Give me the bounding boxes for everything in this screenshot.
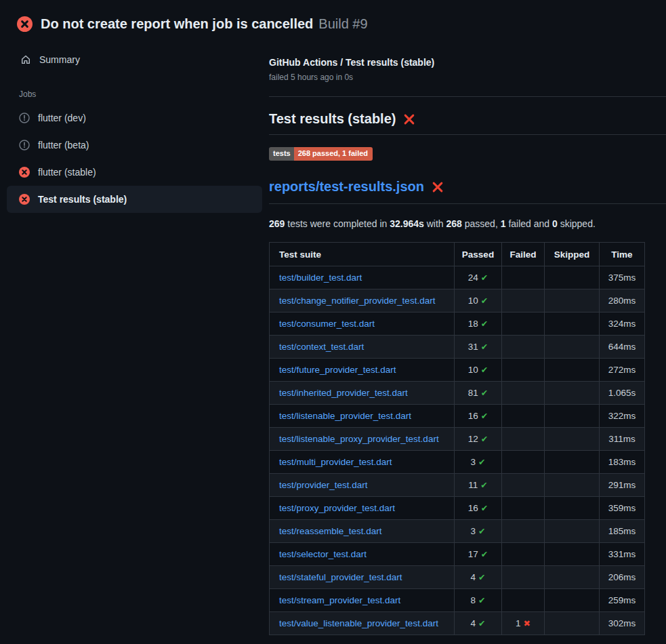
table-row: test/selector_test.dart17✔331ms [270,543,645,566]
time-cell: 331ms [600,543,645,566]
total-count: 269 [269,218,285,229]
skipped-cell [545,313,600,336]
skipped-cell [545,520,600,543]
skipped-count: 0 [552,218,558,229]
passed-cell: 10✔ [455,359,502,382]
table-row: test/builder_test.dart24✔375ms [270,266,645,289]
failed-cell [502,451,545,474]
table-row: test/multi_provider_test.dart3✔183ms [270,451,645,474]
test-suite-cell: test/consumer_test.dart [270,313,455,336]
col-header-passed: Passed [455,243,502,266]
summary-text: skipped. [558,218,596,229]
col-header-test-suite: Test suite [270,243,455,266]
count-value: 8 [471,595,476,605]
job-label: flutter (stable) [38,167,96,178]
tests-badge: tests 268 passed, 1 failed [269,147,373,161]
test-suite-cell: test/stateful_provider_test.dart [270,566,455,589]
check-icon: ✔ [480,480,487,490]
failed-cell [502,313,545,336]
test-suite-link[interactable]: test/context_test.dart [279,342,364,352]
neutral-status-icon [19,113,30,123]
report-link[interactable]: reports/test-results.json [269,179,424,195]
test-suite-link[interactable]: test/stream_provider_test.dart [279,595,400,605]
failed-cell [502,497,545,520]
test-suite-link[interactable]: test/consumer_test.dart [279,319,375,329]
count-value: 16 [468,411,478,421]
table-row: test/future_provider_test.dart10✔272ms [270,359,645,382]
table-row: test/value_listenable_provider_test.dart… [270,612,645,635]
skipped-cell [545,336,600,359]
failed-cell [502,474,545,497]
test-suite-link[interactable]: test/listenable_provider_test.dart [279,411,411,421]
check-icon: ✔ [481,503,488,513]
passed-cell: 16✔ [455,497,502,520]
passed-cell: 11✔ [455,474,502,497]
failed-cell [502,336,545,359]
test-suite-link[interactable]: test/selector_test.dart [279,549,367,559]
test-suite-link[interactable]: test/proxy_provider_test.dart [279,503,395,513]
job-label: Test results (stable) [38,194,127,205]
check-icon: ✔ [478,572,485,582]
cross-mark-icon [403,113,415,125]
badge-value: 268 passed, 1 failed [294,147,373,161]
time-cell: 280ms [600,289,645,313]
test-suite-link[interactable]: test/inherited_provider_test.dart [279,388,408,398]
passed-cell: 12✔ [455,428,502,451]
test-suite-cell: test/listenable_provider_test.dart [270,405,455,428]
test-suite-link[interactable]: test/future_provider_test.dart [279,365,396,375]
test-suite-cell: test/stream_provider_test.dart [270,589,455,612]
skipped-cell [545,543,600,566]
failed-cell [502,359,545,382]
home-icon [20,54,31,65]
table-row: test/reassemble_test.dart3✔185ms [270,520,645,543]
time-cell: 206ms [600,566,645,589]
test-suite-cell: test/value_listenable_provider_test.dart [270,612,455,635]
table-header-row: Test suite Passed Failed Skipped Time [270,243,645,266]
check-icon: ✔ [481,319,488,329]
count-value: 17 [468,549,478,559]
time-cell: 311ms [600,428,645,451]
report-title: reports/test-results.json [269,179,666,204]
test-suite-link[interactable]: test/listenable_proxy_provider_test.dart [279,434,439,444]
sidebar-item-summary[interactable]: Summary [0,47,269,72]
failed-cell [502,289,545,313]
table-row: test/provider_test.dart11✔291ms [270,474,645,497]
failed-count: 1 [501,218,506,229]
col-header-time: Time [600,243,645,266]
failed-cell [502,428,545,451]
section-title: Test results (stable) [269,111,666,135]
time-cell: 183ms [600,451,645,474]
test-suite-link[interactable]: test/multi_provider_test.dart [279,457,392,467]
failed-cell [502,405,545,428]
cross-mark-icon [432,181,444,193]
cross-icon: ✖ [524,618,530,628]
page-header: Do not create report when job is cancell… [0,0,666,37]
table-row: test/listenable_provider_test.dart16✔322… [270,405,645,428]
sidebar-item-flutter-dev[interactable]: flutter (dev) [7,104,262,132]
failed-cell [502,566,545,589]
skipped-cell [545,428,600,451]
check-icon: ✔ [481,549,488,559]
test-suite-link[interactable]: test/stateful_provider_test.dart [279,572,402,582]
sidebar-item-flutter-beta[interactable]: flutter (beta) [7,132,262,159]
test-suite-link[interactable]: test/change_notifier_provider_test.dart [279,296,435,306]
failed-cell: 1✖ [502,612,545,635]
skipped-cell [545,266,600,289]
page-title: Do not create report when job is cancell… [41,16,368,32]
test-suite-link[interactable]: test/provider_test.dart [279,480,368,490]
job-label: flutter (beta) [38,140,89,150]
summary-text: with [424,218,446,229]
skipped-cell [545,289,600,313]
sidebar-item-test-results-stable[interactable]: Test results (stable) [7,186,262,213]
table-row: test/consumer_test.dart18✔324ms [270,313,645,336]
time-cell: 375ms [600,266,645,289]
test-suite-link[interactable]: test/reassemble_test.dart [279,526,382,536]
test-suite-cell: test/provider_test.dart [270,474,455,497]
time-cell: 272ms [600,359,645,382]
passed-cell: 17✔ [455,543,502,566]
check-icon: ✔ [481,296,488,306]
sidebar-item-flutter-stable[interactable]: flutter (stable) [7,159,262,186]
test-suite-link[interactable]: test/value_listenable_provider_test.dart [279,618,438,628]
check-icon: ✔ [481,342,488,352]
test-suite-link[interactable]: test/builder_test.dart [279,273,362,283]
